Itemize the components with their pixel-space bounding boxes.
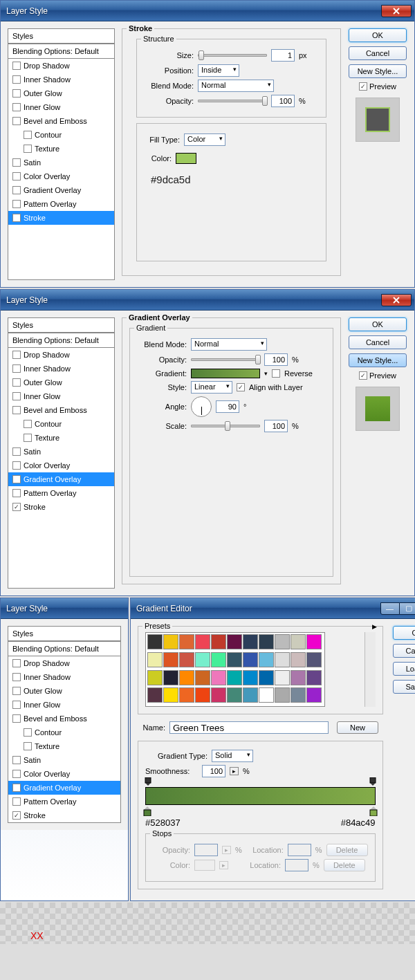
preset-swatch[interactable] xyxy=(195,652,210,667)
fx-inner-shadow[interactable]: Inner Shadow xyxy=(8,73,114,86)
preset-swatch[interactable] xyxy=(211,687,226,703)
preset-swatch[interactable] xyxy=(275,652,290,667)
opacity-slider[interactable] xyxy=(198,100,267,102)
new-button[interactable]: New xyxy=(337,721,378,734)
fx-outer-glow[interactable]: Outer Glow xyxy=(8,86,114,100)
preset-swatch[interactable] xyxy=(195,687,210,703)
fx-inner-shadow[interactable]: Inner Shadow xyxy=(8,362,114,376)
checkbox[interactable] xyxy=(12,89,21,98)
fx-bevel-emboss[interactable]: Bevel and Emboss xyxy=(8,403,114,417)
cancel-button[interactable]: Cancel xyxy=(393,644,415,658)
name-input[interactable] xyxy=(169,721,329,734)
checkbox[interactable] xyxy=(12,200,21,208)
checkbox[interactable] xyxy=(12,214,21,222)
fx-contour[interactable]: Contour xyxy=(8,417,114,431)
fx-texture[interactable]: Texture xyxy=(8,142,114,156)
preset-swatch[interactable] xyxy=(211,652,226,667)
angle-input[interactable] xyxy=(216,400,239,413)
angle-dial[interactable] xyxy=(191,396,212,417)
color-stop-right[interactable] xyxy=(369,806,378,816)
color-stop-left[interactable] xyxy=(142,806,152,816)
new-style-button[interactable]: New Style... xyxy=(349,353,407,367)
color-swatch[interactable] xyxy=(176,153,196,164)
preset-swatch[interactable] xyxy=(243,634,258,649)
blending-options[interactable]: Blending Options: Default xyxy=(8,333,114,348)
fx-contour[interactable]: Contour xyxy=(8,128,114,142)
preview-checkbox[interactable] xyxy=(359,371,367,380)
ok-button[interactable]: OK xyxy=(349,28,407,42)
opacity-stop-right[interactable] xyxy=(369,777,377,786)
fx-texture[interactable]: Texture xyxy=(8,431,114,445)
preset-swatch[interactable] xyxy=(227,687,242,703)
preset-swatch[interactable] xyxy=(259,687,274,703)
fx-drop-shadow[interactable]: Drop Shadow xyxy=(8,59,114,73)
ok-button[interactable]: OK xyxy=(393,626,415,640)
style-dropdown[interactable]: Linear xyxy=(191,381,232,394)
cancel-button[interactable]: Cancel xyxy=(349,46,407,60)
gradient-type-dropdown[interactable]: Solid xyxy=(212,750,253,762)
fx-pattern-overlay[interactable]: Pattern Overlay xyxy=(8,197,114,211)
preset-swatch[interactable] xyxy=(275,634,290,649)
preset-swatch[interactable] xyxy=(147,670,163,685)
checkbox[interactable] xyxy=(12,117,21,125)
load-button[interactable]: Load... xyxy=(393,662,415,676)
checkbox[interactable] xyxy=(12,172,21,181)
preset-swatch[interactable] xyxy=(195,670,210,685)
scale-slider[interactable] xyxy=(191,425,260,427)
fx-inner-glow[interactable]: Inner Glow xyxy=(8,100,114,114)
gradient-preview-bar[interactable] xyxy=(145,787,376,805)
preset-swatch[interactable] xyxy=(147,652,163,667)
fx-color-overlay[interactable]: Color Overlay xyxy=(8,459,114,472)
fx-gradient-overlay[interactable]: Gradient Overlay xyxy=(8,472,114,486)
checkbox[interactable] xyxy=(12,62,21,70)
scrollbar[interactable] xyxy=(365,632,376,707)
preset-swatch[interactable] xyxy=(275,670,290,685)
opacity-input[interactable] xyxy=(264,353,288,366)
preset-swatch[interactable] xyxy=(259,634,274,649)
blendmode-dropdown[interactable]: Normal xyxy=(191,338,267,351)
position-dropdown[interactable]: Inside xyxy=(198,64,239,77)
preset-grid[interactable] xyxy=(145,632,325,707)
preset-swatch[interactable] xyxy=(147,634,163,649)
preset-swatch[interactable] xyxy=(227,652,242,667)
fx-drop-shadow[interactable]: Drop Shadow xyxy=(8,348,114,362)
filltype-dropdown[interactable]: Color xyxy=(184,133,225,146)
preset-swatch[interactable] xyxy=(211,670,226,685)
fx-inner-glow[interactable]: Inner Glow xyxy=(8,389,114,403)
preset-swatch[interactable] xyxy=(306,634,322,649)
preset-swatch[interactable] xyxy=(163,687,178,703)
preset-swatch[interactable] xyxy=(290,652,306,667)
scale-input[interactable] xyxy=(264,420,288,432)
close-button[interactable] xyxy=(381,294,412,306)
preset-swatch[interactable] xyxy=(179,670,194,685)
checkbox[interactable] xyxy=(12,158,21,167)
cancel-button[interactable]: Cancel xyxy=(349,335,407,349)
reverse-checkbox[interactable] xyxy=(272,369,280,378)
preset-swatch[interactable] xyxy=(243,687,258,703)
opacity-stop-left[interactable] xyxy=(144,777,152,786)
fx-stroke[interactable]: Stroke xyxy=(8,211,114,225)
fx-pattern-overlay[interactable]: Pattern Overlay xyxy=(8,486,114,500)
checkbox[interactable] xyxy=(24,131,32,139)
preset-swatch[interactable] xyxy=(227,634,242,649)
presets-menu-icon[interactable]: ▶ xyxy=(372,623,377,630)
preset-swatch[interactable] xyxy=(179,652,194,667)
save-button[interactable]: Save... xyxy=(393,680,415,694)
preset-swatch[interactable] xyxy=(243,652,258,667)
minimize-button[interactable]: — xyxy=(380,602,400,615)
preset-swatch[interactable] xyxy=(275,687,290,703)
styles-header[interactable]: Styles xyxy=(8,318,114,333)
preset-swatch[interactable] xyxy=(259,652,274,667)
preset-swatch[interactable] xyxy=(179,687,194,703)
preset-swatch[interactable] xyxy=(306,652,322,667)
preset-swatch[interactable] xyxy=(179,634,194,649)
fx-bevel-emboss[interactable]: Bevel and Emboss xyxy=(8,114,114,128)
fx-color-overlay[interactable]: Color Overlay xyxy=(8,169,114,183)
ok-button[interactable]: OK xyxy=(349,317,407,331)
smoothness-input[interactable] xyxy=(202,765,225,777)
checkbox[interactable] xyxy=(12,186,21,194)
styles-header[interactable]: Styles xyxy=(8,29,114,44)
opacity-slider[interactable] xyxy=(191,358,260,361)
size-input[interactable] xyxy=(271,49,295,62)
opacity-input[interactable] xyxy=(271,95,295,107)
